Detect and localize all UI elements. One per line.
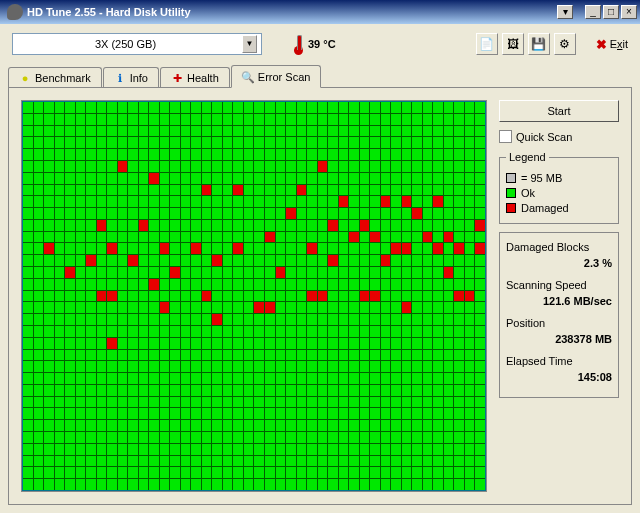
scan-block (465, 149, 475, 160)
scan-block (276, 350, 286, 361)
scan-block (391, 479, 401, 490)
scan-block (118, 126, 128, 137)
scan-block (412, 208, 422, 219)
scan-block (202, 444, 212, 455)
maximize-button[interactable]: □ (603, 5, 619, 19)
options-button[interactable]: ⚙ (554, 33, 576, 55)
scan-block (370, 350, 380, 361)
scan-block (276, 267, 286, 278)
dropdown-arrow-icon[interactable]: ▼ (242, 35, 257, 53)
scan-block (391, 220, 401, 231)
scan-block (34, 291, 44, 302)
drive-select[interactable]: 3X (250 GB) ▼ (12, 33, 262, 55)
scan-block (444, 314, 454, 325)
scan-block (44, 208, 54, 219)
scan-block (86, 220, 96, 231)
scan-block (444, 326, 454, 337)
scan-block (149, 232, 159, 243)
tab-info[interactable]: ℹ Info (103, 67, 159, 88)
tab-benchmark[interactable]: ● Benchmark (8, 67, 102, 88)
scan-block (149, 467, 159, 478)
scan-block (381, 243, 391, 254)
scan-block (454, 161, 464, 172)
scan-block (181, 350, 191, 361)
scan-block (128, 408, 138, 419)
scan-block (118, 456, 128, 467)
scan-block (286, 302, 296, 313)
scan-block (128, 350, 138, 361)
close-button[interactable]: × (621, 5, 637, 19)
scan-block (370, 161, 380, 172)
scan-block (391, 444, 401, 455)
scan-block (181, 243, 191, 254)
tab-health[interactable]: ✚ Health (160, 67, 230, 88)
scan-block (433, 161, 443, 172)
quick-scan-checkbox[interactable] (499, 130, 512, 143)
scan-block (391, 432, 401, 443)
scan-block (381, 444, 391, 455)
screenshot-button[interactable]: 🖼 (502, 33, 524, 55)
scan-block (107, 479, 117, 490)
scan-block (128, 432, 138, 443)
rollup-button[interactable]: ▾ (557, 5, 573, 19)
scan-block (128, 255, 138, 266)
scan-block (181, 408, 191, 419)
scan-block (44, 326, 54, 337)
minimize-button[interactable]: _ (585, 5, 601, 19)
copy-button[interactable]: 📄 (476, 33, 498, 55)
scan-block (170, 326, 180, 337)
scan-block (433, 432, 443, 443)
quick-scan-option[interactable]: Quick Scan (499, 130, 619, 143)
scan-block (244, 456, 254, 467)
scan-block (465, 432, 475, 443)
scan-block (118, 279, 128, 290)
scan-block (370, 173, 380, 184)
scan-block (318, 350, 328, 361)
scan-block (233, 408, 243, 419)
app-window: HD Tune 2.55 - Hard Disk Utility ▾ _ □ ×… (0, 0, 640, 513)
scan-block (297, 255, 307, 266)
scan-block (223, 302, 233, 313)
scan-block (454, 479, 464, 490)
scan-block (76, 326, 86, 337)
tab-error-scan[interactable]: 🔍 Error Scan (231, 65, 322, 88)
scan-block (44, 479, 54, 490)
scan-block (97, 479, 107, 490)
scan-block (339, 279, 349, 290)
scan-block (44, 255, 54, 266)
scan-block (170, 279, 180, 290)
scan-block (454, 220, 464, 231)
scan-block (465, 408, 475, 419)
scan-block (34, 350, 44, 361)
scan-block (55, 373, 65, 384)
scan-block (454, 267, 464, 278)
scan-block (339, 149, 349, 160)
scan-block (191, 373, 201, 384)
scan-block (76, 350, 86, 361)
scan-block (23, 185, 33, 196)
exit-button[interactable]: ✖ Exit (596, 37, 628, 52)
scan-block (381, 255, 391, 266)
scan-block (149, 420, 159, 431)
scan-block (34, 432, 44, 443)
scan-block (254, 196, 264, 207)
scan-block (233, 137, 243, 148)
scan-block (412, 314, 422, 325)
scan-block (76, 279, 86, 290)
scan-block (276, 302, 286, 313)
start-button[interactable]: Start (499, 100, 619, 122)
scan-block (97, 208, 107, 219)
scan-block (307, 456, 317, 467)
damaged-blocks-label: Damaged Blocks (506, 241, 612, 253)
scan-block (65, 385, 75, 396)
scan-block (223, 137, 233, 148)
scan-block (65, 102, 75, 113)
scan-block (412, 232, 422, 243)
save-button[interactable]: 💾 (528, 33, 550, 55)
scan-block (170, 267, 180, 278)
scan-block (465, 479, 475, 490)
scan-block (202, 255, 212, 266)
scan-block (465, 102, 475, 113)
scan-block (34, 302, 44, 313)
scan-block (454, 456, 464, 467)
